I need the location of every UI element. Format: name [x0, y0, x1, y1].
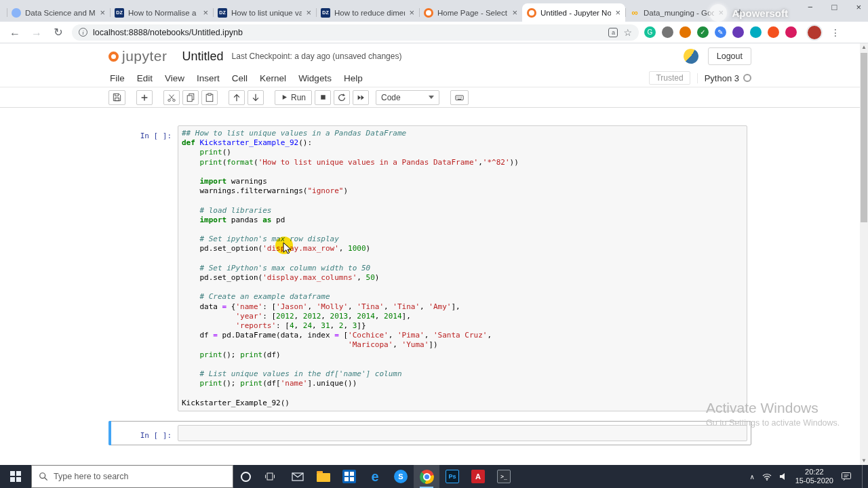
- extension-icon[interactable]: [679, 26, 691, 38]
- edit-extension-icon[interactable]: ✎: [715, 26, 726, 38]
- cell-type-dropdown[interactable]: Code: [376, 90, 439, 105]
- menu-edit[interactable]: Edit: [131, 73, 159, 83]
- run-label: Run: [291, 93, 306, 102]
- browser-tab[interactable]: Home Page - Select o×: [419, 3, 522, 22]
- taskbar-mail-icon[interactable]: [285, 465, 311, 488]
- browser-tab[interactable]: ∞Data_munging - Goog×: [625, 3, 728, 22]
- menu-view[interactable]: View: [159, 73, 191, 83]
- menu-insert[interactable]: Insert: [191, 73, 226, 83]
- tab-close-icon[interactable]: ×: [203, 8, 208, 17]
- back-icon[interactable]: ←: [7, 27, 23, 38]
- browser-tab[interactable]: Data Science and Mach×: [7, 3, 110, 22]
- menu-help[interactable]: Help: [338, 73, 369, 83]
- code-line: 'year': [2012, 2012, 2013, 2014, 2014],: [182, 312, 743, 321]
- tab-close-icon[interactable]: ×: [615, 8, 620, 17]
- network-icon[interactable]: [762, 473, 772, 481]
- jupyter-logo[interactable]: jupyter: [108, 48, 167, 64]
- check-extension-icon[interactable]: ✓: [697, 26, 709, 38]
- logout-button[interactable]: Logout: [708, 47, 751, 65]
- taskbar-store-icon[interactable]: [336, 465, 362, 488]
- scrollbar-thumb[interactable]: [861, 53, 867, 222]
- scroll-down-icon[interactable]: ▼: [860, 457, 868, 465]
- menu-kernel[interactable]: Kernel: [254, 73, 292, 83]
- camera-extension-icon[interactable]: [785, 26, 797, 38]
- menu-cell[interactable]: Cell: [226, 73, 254, 83]
- browser-tab[interactable]: DZHow to list unique val×: [213, 3, 316, 22]
- code-lines: ## How to list unique values in a Pandas…: [182, 129, 743, 408]
- new-tab-button[interactable]: +: [731, 3, 749, 21]
- tray-expand-icon[interactable]: ∧: [749, 473, 754, 481]
- browser-menu-icon[interactable]: ⋮: [828, 27, 843, 38]
- window-close-icon[interactable]: ×: [856, 2, 861, 12]
- grammarly-extension-icon[interactable]: G: [644, 26, 656, 38]
- window-minimize-icon[interactable]: −: [808, 2, 813, 12]
- tab-close-icon[interactable]: ×: [718, 8, 724, 17]
- forward-icon[interactable]: →: [28, 27, 45, 38]
- task-view-icon: [264, 472, 275, 481]
- code-editor[interactable]: ## How to list unique values in a Pandas…: [178, 125, 747, 411]
- browser-tab[interactable]: Untitled - Jupyter Not×: [522, 3, 625, 22]
- tab-title: How to reduce dimen: [334, 9, 405, 17]
- taskbar-chrome-icon[interactable]: [414, 465, 439, 488]
- taskbar-terminal-icon[interactable]: >_: [491, 465, 517, 488]
- tab-close-icon[interactable]: ×: [409, 8, 414, 17]
- url-text[interactable]: localhost:8888/notebooks/Untitled.ipynb: [93, 28, 603, 37]
- taskbar-adobe-icon[interactable]: A: [465, 465, 491, 488]
- interrupt-kernel-button[interactable]: [315, 90, 331, 105]
- extension-icon[interactable]: [732, 26, 744, 38]
- taskbar-explorer-icon[interactable]: [311, 465, 336, 488]
- profile-avatar[interactable]: [806, 24, 823, 41]
- paste-cell-button[interactable]: [201, 90, 218, 105]
- move-cell-up-button[interactable]: [229, 90, 245, 105]
- code-line: ## How to list unique values in a Pandas…: [182, 129, 743, 138]
- volume-icon[interactable]: [779, 472, 788, 481]
- show-desktop-button[interactable]: [862, 465, 865, 488]
- run-button[interactable]: Run: [275, 90, 312, 105]
- plus-icon: [140, 93, 149, 102]
- kernel-indicator: Python 3: [697, 73, 751, 83]
- bookmark-star-icon[interactable]: ☆: [623, 27, 632, 38]
- move-cell-down-button[interactable]: [248, 90, 264, 105]
- scroll-up-icon[interactable]: ▲: [860, 43, 868, 52]
- unsaved-changes-text: (unsaved changes): [332, 52, 401, 61]
- task-view-button[interactable]: [258, 465, 282, 488]
- extension-icon[interactable]: [768, 26, 779, 38]
- taskbar-search[interactable]: Type here to search: [31, 465, 233, 488]
- window-maximize-icon[interactable]: □: [832, 2, 837, 12]
- code-line: # Create an example dataframe: [182, 292, 743, 302]
- empty-code-editor[interactable]: [178, 425, 747, 441]
- tab-close-icon[interactable]: ×: [306, 8, 311, 17]
- address-bar[interactable]: i localhost:8888/notebooks/Untitled.ipyn…: [72, 24, 639, 41]
- extension-icon[interactable]: [750, 26, 762, 38]
- command-palette-button[interactable]: [450, 90, 469, 105]
- reload-icon[interactable]: ↻: [50, 27, 66, 38]
- copy-cell-button[interactable]: [182, 90, 199, 105]
- browser-tab[interactable]: DZHow to reduce dimen×: [316, 3, 419, 22]
- taskbar-clock[interactable]: 20:22 15-05-2020: [795, 468, 833, 485]
- code-cell[interactable]: In [ ]: ## How to list unique values in …: [108, 121, 751, 415]
- save-button[interactable]: [108, 90, 125, 105]
- translate-icon[interactable]: a: [608, 28, 618, 37]
- taskbar-edge-icon[interactable]: e: [362, 465, 388, 488]
- restart-run-all-button[interactable]: [353, 90, 369, 105]
- browser-tab[interactable]: DZHow to Normalise a Pa×: [110, 3, 213, 22]
- start-button[interactable]: [0, 465, 31, 488]
- code-line: print(); print(df): [182, 350, 743, 360]
- tab-close-icon[interactable]: ×: [512, 8, 517, 17]
- add-cell-button[interactable]: [136, 90, 153, 105]
- cortana-button[interactable]: [233, 465, 258, 488]
- tab-close-icon[interactable]: ×: [100, 8, 105, 17]
- jupyter-page: jupyter Untitled Last Checkpoint: a day …: [0, 43, 868, 465]
- menu-widgets[interactable]: Widgets: [292, 73, 338, 83]
- restart-kernel-button[interactable]: [334, 90, 350, 105]
- site-info-icon[interactable]: i: [79, 28, 87, 37]
- menu-file[interactable]: File: [108, 73, 131, 83]
- cut-cell-button[interactable]: [163, 90, 180, 105]
- empty-cell-selected[interactable]: In [ ]:: [108, 421, 751, 445]
- taskbar-skype-icon[interactable]: S: [388, 465, 414, 488]
- page-scrollbar[interactable]: ▲ ▼: [860, 43, 868, 465]
- extension-icon[interactable]: [662, 26, 673, 38]
- taskbar-photoshop-icon[interactable]: Ps: [439, 465, 465, 488]
- notebook-title[interactable]: Untitled: [182, 49, 224, 64]
- action-center-icon[interactable]: [841, 472, 852, 481]
